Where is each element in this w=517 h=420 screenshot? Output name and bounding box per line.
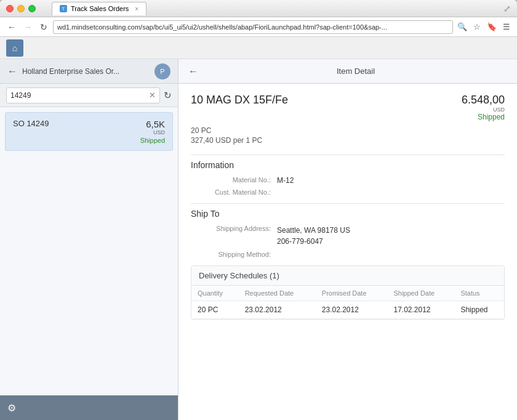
settings-bar: ⚙ [0,395,178,420]
bookmark-nav-icon[interactable]: 🔖 [485,22,499,31]
address-bar[interactable] [53,20,453,34]
ship-to-grid: Shipping Address: Seattle, WA 98178 US20… [191,225,505,258]
item-name: 10 MAG DX 15F/Fe [191,94,288,107]
row-requested-date: 23.02.2012 [239,301,316,319]
row-shipped-date: 17.02.2012 [387,301,454,319]
search-bar: ✕ ↻ [0,84,178,107]
main-content: ← Holland Enterprise Sales Or... P ✕ ↻ S… [0,59,517,420]
ship-to-section-title: Ship To [191,209,505,219]
forward-button[interactable]: → [21,20,34,34]
star-nav-icon[interactable]: ☆ [471,22,483,31]
search-input-wrap: ✕ [6,87,160,103]
row-status: Shipped [454,301,504,319]
left-back-button[interactable]: ← [7,66,17,77]
col-quantity: Quantity [191,286,239,301]
so-amount-value: 6,5K [146,119,165,129]
so-status-badge: Shipped [13,137,165,144]
panel-title: Holland Enterprise Sales Or... [22,67,150,76]
right-panel-header: ← Item Detail [178,59,517,84]
information-section-title: Information [191,160,505,170]
nav-bar: ← → ↻ 🔍 ☆ 🔖 ☰ [0,17,517,37]
col-requested-date: Requested Date [239,286,316,301]
app-toolbar: ⌂ [0,37,517,59]
item-price-currency: USD [462,107,505,113]
back-button[interactable]: ← [5,20,18,34]
row-quantity: 20 PC [191,301,239,319]
shipping-method-value [277,251,505,258]
tab-bar: T Track Sales Orders × [52,2,500,15]
col-promised-date: Promised Date [316,286,388,301]
item-price-block: 6.548,00 USD Shipped [462,94,505,121]
so-amount-number: 6,5K [146,119,165,129]
left-panel: ← Holland Enterprise Sales Or... P ✕ ↻ S… [0,59,178,420]
ship-to-divider [191,203,505,204]
title-bar: T Track Sales Orders × ⤢ [0,0,517,17]
so-number: SO 14249 [13,119,49,128]
search-input[interactable] [10,91,149,100]
avatar-initials: P [160,68,164,75]
cust-material-no-label: Cust. Material No.: [191,188,277,196]
maximize-window-button[interactable] [28,5,36,12]
right-back-button[interactable]: ← [188,66,198,77]
delivery-table-header-row: Quantity Requested Date Promised Date Sh… [191,286,504,301]
settings-icon[interactable]: ⚙ [7,402,16,414]
delivery-section-title: Delivery Schedules (1) [191,266,504,286]
close-window-button[interactable] [6,5,14,12]
cust-material-no-value [277,188,505,196]
menu-nav-icon[interactable]: ☰ [501,22,512,31]
tab-close-button[interactable]: × [135,6,138,12]
delivery-table: Quantity Requested Date Promised Date Sh… [191,286,504,319]
col-shipped-date: Shipped Date [387,286,454,301]
item-shipped-status: Shipped [462,113,505,121]
right-panel: ← Item Detail 10 MAG DX 15F/Fe 6.548,00 … [178,59,517,420]
resize-corner-icon: ⤢ [503,4,511,14]
delivery-section: Delivery Schedules (1) Quantity Requeste… [191,265,505,320]
home-icon: ⌂ [12,43,17,53]
item-qty: 20 PC [191,126,505,135]
home-button[interactable]: ⌂ [6,39,23,57]
search-nav-icon[interactable]: 🔍 [455,22,469,31]
shipping-address-label: Shipping Address: [191,225,277,247]
shipping-address-value: Seattle, WA 98178 US206-779-6047 [277,225,505,247]
minimize-window-button[interactable] [17,5,25,12]
information-divider [191,155,505,155]
left-panel-header: ← Holland Enterprise Sales Or... P [0,59,178,84]
avatar: P [154,63,170,79]
nav-icons: 🔍 ☆ 🔖 ☰ [455,22,512,31]
tab-label: Track Sales Orders [71,5,129,12]
material-no-value: M-12 [277,176,505,185]
refresh-button[interactable]: ↻ [164,90,172,101]
col-status: Status [454,286,504,301]
row-promised-date: 23.02.2012 [316,301,388,319]
information-grid: Material No.: M-12 Cust. Material No.: [191,176,505,196]
browser-tab[interactable]: T Track Sales Orders × [52,2,146,15]
so-currency: USD [146,129,165,135]
browser-window: T Track Sales Orders × ⤢ ← → ↻ 🔍 ☆ 🔖 ☰ ⌂ [0,0,517,420]
reload-button[interactable]: ↻ [37,20,50,34]
item-price-per: 327,40 USD per 1 PC [191,136,505,145]
so-card-header: SO 14249 6,5K USD [13,119,165,135]
material-no-label: Material No.: [191,176,277,185]
shipping-method-label: Shipping Method: [191,251,277,258]
item-header: 10 MAG DX 15F/Fe 6.548,00 USD Shipped [191,94,505,121]
right-panel-title: Item Detail [204,67,507,76]
tab-favicon-icon: T [60,5,67,12]
so-amount-block: 6,5K USD [146,119,165,135]
search-clear-button[interactable]: ✕ [149,91,156,100]
item-price: 6.548,00 [462,94,505,106]
table-row: 20 PC 23.02.2012 23.02.2012 17.02.2012 S… [191,301,504,319]
so-card[interactable]: SO 14249 6,5K USD Shipped [5,112,173,151]
item-detail-content: 10 MAG DX 15F/Fe 6.548,00 USD Shipped 20… [178,84,517,420]
